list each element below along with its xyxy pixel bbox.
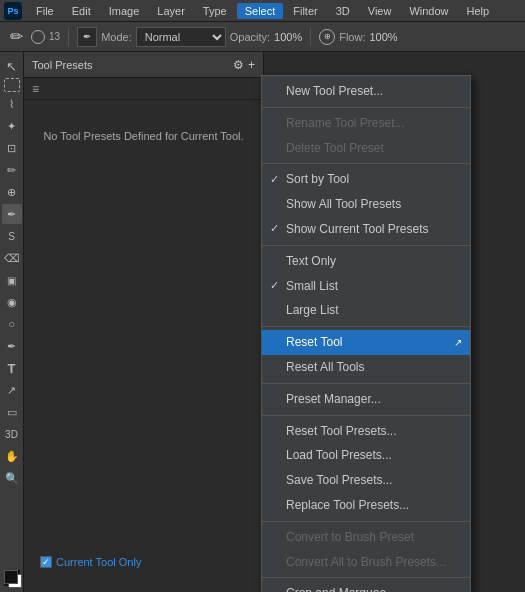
presets-panel: Tool Presets ⚙ + ≡ No Tool Presets Defin… (24, 52, 264, 592)
tool-3d[interactable]: 3D (2, 424, 22, 444)
menu-view[interactable]: View (360, 3, 400, 19)
menu-label-convert-to-brush: Convert to Brush Preset (286, 530, 414, 544)
tool-eraser[interactable]: ⌫ (2, 248, 22, 268)
menu-separator-25 (262, 577, 470, 578)
tool-spot-heal[interactable]: ⊕ (2, 182, 22, 202)
list-icon: ≡ (32, 82, 39, 96)
foreground-color[interactable] (4, 570, 20, 586)
presets-empty-message: No Tool Presets Defined for Current Tool… (32, 108, 255, 165)
menu-item-show-current[interactable]: ✓Show Current Tool Presets (262, 217, 470, 242)
menu-separator-4 (262, 163, 470, 164)
tool-move[interactable]: ↖ (2, 56, 22, 76)
menu-item-reset-tool-presets[interactable]: Reset Tool Presets... (262, 419, 470, 444)
menu-item-delete-tool-preset: Delete Tool Preset (262, 136, 470, 161)
menu-filter[interactable]: Filter (285, 3, 325, 19)
menu-item-reset-all-tools[interactable]: Reset All Tools (262, 355, 470, 380)
menu-item-text-only[interactable]: Text Only (262, 249, 470, 274)
menu-file[interactable]: File (28, 3, 62, 19)
menu-separator-15 (262, 383, 470, 384)
tool-lasso[interactable]: ⌇ (2, 94, 22, 114)
tool-dodge[interactable]: ○ (2, 314, 22, 334)
current-tool-check-area[interactable]: ✓ Current Tool Only (32, 552, 149, 572)
menu-label-small-list: Small List (286, 279, 338, 293)
menu-separator-1 (262, 107, 470, 108)
tool-select-rect[interactable] (4, 78, 20, 92)
tools-panel: ↖ ⌇ ✦ ⊡ ✏ ⊕ ✒ S ⌫ ▣ ◉ ○ ✒ T ↗ ▭ 3D ✋ 🔍 (0, 52, 24, 592)
tool-eyedropper[interactable]: ✏ (2, 160, 22, 180)
tool-magic-wand[interactable]: ✦ (2, 116, 22, 136)
menu-select[interactable]: Select (237, 3, 284, 19)
menu-separator-17 (262, 415, 470, 416)
tool-shape[interactable]: ▭ (2, 402, 22, 422)
current-tool-only[interactable]: ✓ Current Tool Only (32, 552, 149, 572)
menu-window[interactable]: Window (401, 3, 456, 19)
menu-help[interactable]: Help (459, 3, 498, 19)
menu-bar: Ps File Edit Image Layer Type Select Fil… (0, 0, 525, 22)
menu-label-rename-tool-preset: Rename Tool Preset... (286, 116, 405, 130)
menu-edit[interactable]: Edit (64, 3, 99, 19)
tool-path[interactable]: ↗ (2, 380, 22, 400)
presets-header: Tool Presets ⚙ + (24, 52, 263, 78)
menu-item-large-list[interactable]: Large List (262, 298, 470, 323)
menu-item-small-list[interactable]: ✓Small List (262, 274, 470, 299)
menu-label-preset-manager: Preset Manager... (286, 392, 381, 406)
menu-item-new-tool-preset[interactable]: New Tool Preset... (262, 79, 470, 104)
menu-item-convert-all-brush: Convert All to Brush Presets... (262, 550, 470, 575)
opacity-label: Opacity: (230, 31, 270, 43)
menu-label-show-current: Show Current Tool Presets (286, 222, 429, 236)
cursor-arrow-icon: ↗ (454, 336, 462, 350)
checkmark-small-list: ✓ (270, 278, 279, 293)
menu-item-replace-tool-presets[interactable]: Replace Tool Presets... (262, 493, 470, 518)
context-menu: New Tool Preset...Rename Tool Preset...D… (261, 75, 471, 592)
menu-item-crop-marquee[interactable]: Crop and Marquee (262, 581, 470, 592)
menu-label-save-tool-presets: Save Tool Presets... (286, 473, 393, 487)
menu-item-save-tool-presets[interactable]: Save Tool Presets... (262, 468, 470, 493)
menu-item-preset-manager[interactable]: Preset Manager... (262, 387, 470, 412)
presets-gear-icon[interactable]: ⚙ (233, 58, 244, 72)
mode-select[interactable]: Normal (136, 27, 226, 47)
tool-gradient[interactable]: ▣ (2, 270, 22, 290)
menu-label-new-tool-preset: New Tool Preset... (286, 84, 383, 98)
tool-brush[interactable]: ✒ (2, 204, 22, 224)
menu-label-load-tool-presets: Load Tool Presets... (286, 448, 392, 462)
tool-crop[interactable]: ⊡ (2, 138, 22, 158)
menu-separator-8 (262, 245, 470, 246)
menu-3d[interactable]: 3D (328, 3, 358, 19)
tool-pen[interactable]: ✒ (2, 336, 22, 356)
menu-label-reset-tool: Reset Tool (286, 335, 342, 349)
menu-label-replace-tool-presets: Replace Tool Presets... (286, 498, 409, 512)
menu-separator-12 (262, 326, 470, 327)
menu-item-reset-tool[interactable]: Reset Tool↗ (262, 330, 470, 355)
menu-item-rename-tool-preset: Rename Tool Preset... (262, 111, 470, 136)
menu-image[interactable]: Image (101, 3, 148, 19)
presets-add-icon[interactable]: + (248, 58, 255, 72)
brush-tool-icon: ✏ (6, 25, 27, 48)
menu-item-sort-by-tool[interactable]: ✓Sort by Tool (262, 167, 470, 192)
menu-item-convert-to-brush: Convert to Brush Preset (262, 525, 470, 550)
flow-value: 100% (369, 31, 397, 43)
menu-label-reset-all-tools: Reset All Tools (286, 360, 365, 374)
brush-preset-picker[interactable]: ✒ (77, 27, 97, 47)
mode-label: Mode: (101, 31, 132, 43)
presets-panel-title: Tool Presets (32, 59, 93, 71)
tool-text[interactable]: T (2, 358, 22, 378)
menu-label-show-all: Show All Tool Presets (286, 197, 401, 211)
separator2 (310, 28, 311, 46)
pressure-icon: ⊕ (319, 29, 335, 45)
menu-item-load-tool-presets[interactable]: Load Tool Presets... (262, 443, 470, 468)
menu-type[interactable]: Type (195, 3, 235, 19)
menu-item-show-all[interactable]: Show All Tool Presets (262, 192, 470, 217)
menu-layer[interactable]: Layer (149, 3, 193, 19)
brush-size-value: 13 (49, 31, 60, 42)
tool-hand[interactable]: ✋ (2, 446, 22, 466)
brush-size-icon (31, 30, 45, 44)
separator (68, 28, 69, 46)
flow-label: Flow: (339, 31, 365, 43)
current-tool-checkbox[interactable]: ✓ (40, 556, 52, 568)
tool-clone[interactable]: S (2, 226, 22, 246)
tool-blur[interactable]: ◉ (2, 292, 22, 312)
tool-zoom[interactable]: 🔍 (2, 468, 22, 488)
ps-logo: Ps (4, 2, 22, 20)
presets-content: No Tool Presets Defined for Current Tool… (24, 100, 263, 173)
menu-label-sort-by-tool: Sort by Tool (286, 172, 349, 186)
